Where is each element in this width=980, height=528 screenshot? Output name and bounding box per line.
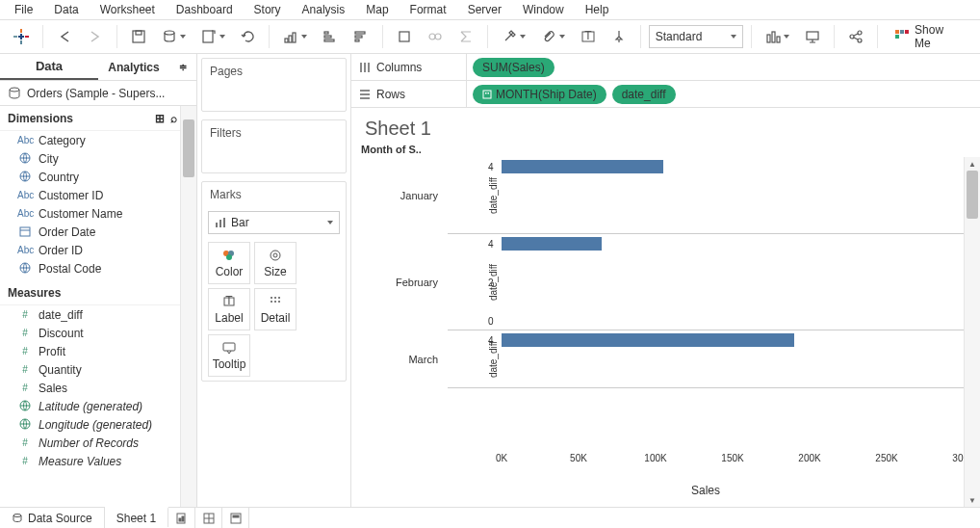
attach-icon[interactable] [535,23,571,50]
menu-worksheet[interactable]: Worksheet [90,1,166,18]
save-icon[interactable] [125,23,152,50]
svg-rect-26 [777,37,780,42]
text-label-icon[interactable]: T [575,23,602,50]
svg-rect-12 [293,33,296,42]
pill-date-diff[interactable]: date_diff [612,85,676,104]
menu-data[interactable]: Data [43,1,89,18]
field-measure-values[interactable]: #Measure Values [0,452,196,470]
share-icon[interactable] [842,23,869,50]
field-customer-name[interactable]: AbcCustomer Name [0,204,196,223]
forward-icon[interactable] [82,23,109,50]
view-icon[interactable]: ⊞ [155,112,165,125]
pill-month-shipdate[interactable]: MONTH(Ship Date) [473,85,606,104]
bar[interactable] [502,237,602,251]
mark-tooltip[interactable]: Tooltip [208,334,250,377]
new-sheet-button[interactable] [168,508,195,528]
menu-map[interactable]: Map [355,1,399,18]
menu-file[interactable]: File [4,1,43,18]
swap-icon[interactable] [277,23,313,50]
pages-card[interactable]: Pages [201,58,347,112]
field-sales[interactable]: #Sales [0,379,196,397]
field-postal-code[interactable]: Postal Code [0,259,196,277]
datasource-row[interactable]: Orders (Sample - Supers... [0,81,196,106]
svg-rect-68 [488,92,490,94]
svg-point-58 [278,301,280,303]
field-number-of-records[interactable]: #Number of Records [0,434,196,452]
group-icon[interactable] [422,23,449,50]
svg-point-50 [271,251,280,260]
refresh-icon[interactable] [235,23,262,50]
svg-rect-64 [360,93,370,95]
menu-format[interactable]: Format [400,1,457,18]
presentation-icon[interactable] [799,23,826,50]
tableau-logo-icon[interactable] [8,23,35,50]
pin-icon[interactable] [606,23,632,50]
chart-scrollbar[interactable]: ▲▼ [964,157,980,507]
field-order-date[interactable]: Order Date [0,223,196,241]
field-latitude-generated-[interactable]: Latitude (generated) [0,397,196,415]
new-worksheet-icon[interactable] [195,23,231,50]
highlight-icon[interactable] [391,23,418,50]
mark-type-dropdown[interactable]: Bar [208,211,340,234]
field-date_diff[interactable]: #date_diff [0,305,196,324]
svg-rect-45 [223,218,225,227]
highlight2-icon[interactable] [496,23,531,50]
svg-rect-25 [772,32,775,42]
menu-help[interactable]: Help [575,1,620,18]
show-me-button[interactable]: Show Me [886,23,972,50]
show-cards-icon[interactable] [760,23,795,50]
filters-card[interactable]: Filters [201,119,347,173]
field-quantity[interactable]: #Quantity [0,360,196,379]
svg-point-8 [165,31,174,35]
chart-canvas[interactable]: Januarydate_diff4Februarydate_diff024Mar… [448,157,980,507]
svg-rect-10 [285,39,288,42]
menu-story[interactable]: Story [244,1,292,18]
tab-analytics[interactable]: Analytics≑ [98,54,196,80]
field-category[interactable]: AbcCategory [0,131,196,149]
field-customer-id[interactable]: AbcCustomer ID [0,186,196,204]
bar[interactable] [502,333,794,347]
mark-size[interactable]: Size [254,242,297,284]
mark-color[interactable]: Color [208,242,250,284]
svg-rect-43 [216,223,218,227]
menu-dashboard[interactable]: Dashboard [166,1,244,18]
back-icon[interactable] [51,23,78,50]
totals-icon[interactable] [452,23,479,50]
tab-sheet-1[interactable]: Sheet 1 [105,507,168,527]
new-story-button[interactable] [222,508,249,528]
svg-rect-2 [13,36,17,38]
row-header-label: Month of S.. [351,144,980,157]
sort-asc-icon[interactable] [317,23,344,50]
sheet-title[interactable]: Sheet 1 [351,108,980,144]
field-order-id[interactable]: AbcOrder ID [0,241,196,259]
data-pane-scrollbar[interactable] [180,106,196,507]
columns-shelf[interactable]: Columns SUM(Sales) [351,54,980,81]
tab-data[interactable]: Data [0,54,98,80]
bar[interactable] [502,160,663,173]
field-country[interactable]: Country [0,168,196,186]
field-city[interactable]: City [0,149,196,168]
pill-sum-sales[interactable]: SUM(Sales) [473,58,554,77]
mark-label[interactable]: TLabel [208,288,250,330]
sort-desc-icon[interactable] [348,23,374,50]
svg-rect-65 [360,97,370,99]
rows-shelf[interactable]: Rows MONTH(Ship Date) date_diff [351,81,980,108]
new-datasource-icon[interactable] [156,23,192,50]
field-profit[interactable]: #Profit [0,342,196,360]
svg-rect-60 [360,63,362,72]
menu-window[interactable]: Window [512,1,575,18]
menu-analysis[interactable]: Analysis [292,1,356,18]
bottom-tab-bar: Data Source Sheet 1 [0,507,980,528]
new-dashboard-button[interactable] [195,508,222,528]
measures-header: Measures [0,280,196,305]
field-discount[interactable]: #Discount [0,324,196,342]
tab-datasource[interactable]: Data Source [0,508,105,528]
mark-detail[interactable]: Detail [254,288,297,330]
svg-rect-61 [364,63,366,72]
search-icon[interactable]: ⌕ [170,112,177,125]
svg-point-57 [274,301,276,303]
menu-server[interactable]: Server [457,1,512,18]
y-axis-label: date_diff [488,340,499,377]
field-longitude-generated-[interactable]: Longitude (generated) [0,415,196,434]
fit-dropdown[interactable]: Standard [649,25,744,48]
